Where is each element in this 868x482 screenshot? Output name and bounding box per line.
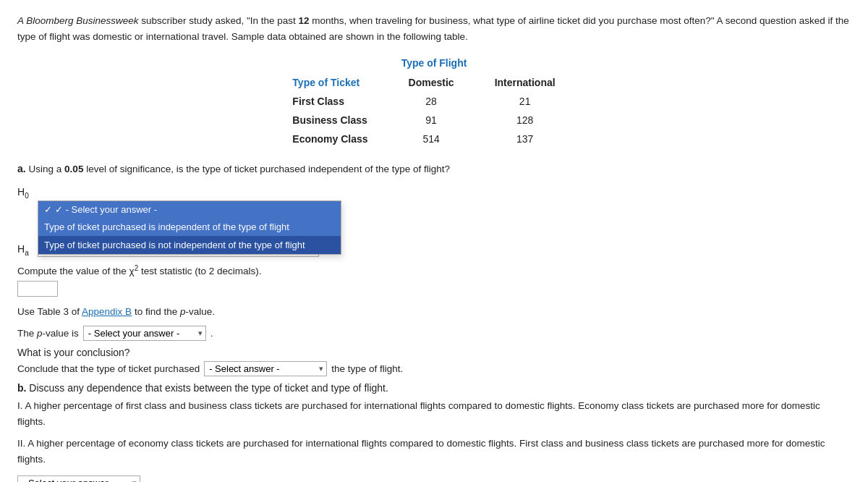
appendix-row: Use Table 3 of Appendix B to find the p-… (17, 304, 851, 320)
intro-text: A Bloomberg Businessweek subscriber stud… (17, 13, 851, 44)
h0-option-2[interactable]: Type of ticket purchased is not independ… (38, 236, 341, 254)
chi-label-before: Compute the value of the χ2 test statist… (17, 266, 262, 276)
part-a-label: a. (17, 163, 26, 174)
type-of-flight-header: Type of Flight (401, 57, 467, 69)
bottom-dropdown-row[interactable]: - Select your answer - I II (17, 475, 851, 482)
p-value-label: The p-value is (17, 328, 79, 339)
conclusion-row: Conclude that the type of ticket purchas… (17, 361, 851, 376)
h0-dropdown-default-label: ✓ - Select your answer - (55, 204, 157, 215)
ticket-name-cell: First Class (292, 92, 388, 111)
table-row: Economy Class 514 137 (292, 130, 575, 148)
domestic-value-cell: 91 (388, 111, 475, 130)
table-row: First Class 28 21 (292, 92, 575, 111)
data-table-section: Type of Flight Type of Ticket Domestic I… (17, 57, 851, 148)
p-value-row: The p-value is - Select your answer - le… (17, 326, 851, 341)
conclude-label: Conclude that the type of ticket purchas… (17, 363, 200, 374)
table-row: Business Class 91 128 (292, 111, 575, 130)
h0-dropdown-open[interactable]: ✓ ✓ - Select your answer - Type of ticke… (38, 200, 341, 255)
p-value-period: . (210, 328, 213, 339)
what-conclusion-label: What is your conclusion? (17, 347, 130, 358)
ticket-name-cell: Business Class (292, 111, 388, 130)
roman-II-text: II. A higher percentage of economy class… (17, 436, 851, 468)
domestic-value-cell: 514 (388, 130, 475, 148)
chi-square-input[interactable] (17, 281, 58, 297)
roman-I-text: I. A higher percentage of first class an… (17, 398, 851, 431)
col-ticket-header: Type of Ticket (292, 73, 388, 92)
col-international-header: International (475, 73, 576, 92)
col-domestic-header: Domestic (388, 73, 475, 92)
bottom-select[interactable]: - Select your answer - I II (17, 475, 140, 482)
international-value-cell: 128 (475, 111, 576, 130)
domestic-value-cell: 28 (388, 92, 475, 111)
data-table: Type of Ticket Domestic International Fi… (292, 73, 575, 148)
h0-label: H0 (17, 185, 38, 200)
part-b-label: b. (17, 382, 26, 394)
conclude-label-after: the type of flight. (331, 363, 403, 374)
h0-row: H0 ✓ ✓ - Select your answer - Type of ti… (17, 185, 851, 200)
international-value-cell: 21 (475, 92, 576, 111)
conclude-select[interactable]: - Select answer - is independent of is n… (204, 361, 327, 376)
part-a-question: Using a 0.05 level of significance, is t… (29, 164, 450, 174)
chi-square-row: Compute the value of the χ2 test statist… (17, 264, 851, 277)
ticket-name-cell: Economy Class (292, 130, 388, 148)
international-value-cell: 137 (475, 130, 576, 148)
h0-dropdown-header-item[interactable]: ✓ ✓ - Select your answer - (38, 201, 341, 218)
part-b-section: b. Discuss any dependence that exists be… (17, 382, 851, 482)
appendix-b-link[interactable]: Appendix B (82, 306, 132, 317)
conclusion-header: What is your conclusion? (17, 347, 851, 358)
conclude-select-wrapper[interactable]: - Select answer - is independent of is n… (204, 361, 327, 376)
checkmark-icon: ✓ (44, 204, 52, 215)
ha-label: Ha (17, 242, 38, 257)
h0-option-1[interactable]: Type of ticket purchased is independent … (38, 218, 341, 236)
bottom-select-wrapper[interactable]: - Select your answer - I II (17, 475, 140, 482)
part-b-text: Discuss any dependence that exists betwe… (29, 382, 388, 394)
p-value-select-wrapper[interactable]: - Select your answer - less than .005 be… (83, 326, 206, 341)
p-value-select[interactable]: - Select your answer - less than .005 be… (83, 326, 206, 341)
